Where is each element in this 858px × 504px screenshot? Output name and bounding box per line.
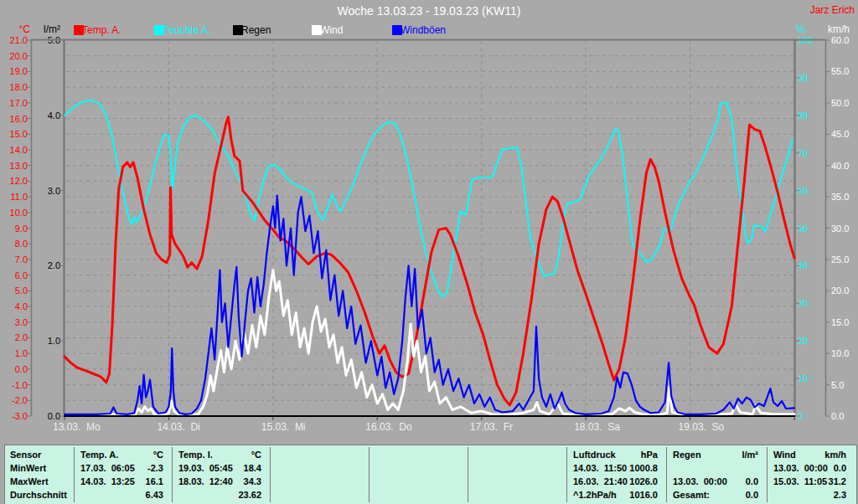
stats-table: SensorMinWertMaxWertDurchschnittTemp. A.… [4, 445, 857, 504]
table-cell-value: -2.3 [74, 463, 163, 474]
table-column-divider [468, 447, 468, 502]
table-cell-value: 23.62 [172, 490, 261, 501]
table-cell-value: 18.4 [172, 463, 261, 474]
table-sensor-unit: hPa [566, 450, 658, 460]
table-cell-value: 6.43 [74, 490, 163, 501]
table-cell-value: 2.3 [767, 490, 846, 501]
table-row-header: Sensor [10, 450, 41, 460]
temp-curve [65, 117, 794, 405]
weather-chart-window: Woche 13.03.23 - 19.03.23 (KW11) Jarz Er… [0, 0, 858, 504]
table-cell-value: 0.0 [666, 476, 758, 487]
table-cell-value: 0.0 [666, 490, 758, 501]
table-cell-value: 31.2 [767, 476, 846, 487]
table-cell-value: 16.1 [74, 476, 163, 487]
table-column-divider [270, 447, 271, 502]
table-row-header: Durchschnitt [10, 490, 67, 501]
plot-area [0, 0, 858, 504]
table-row-header: MinWert [10, 463, 46, 474]
table-cell-value: 1000.8 [566, 463, 658, 474]
table-cell-value: 1016.0 [566, 490, 658, 501]
table-sensor-unit: °C [172, 450, 261, 460]
table-cell-value: 34.3 [172, 476, 261, 487]
table-sensor-unit: km/h [767, 450, 846, 460]
table-cell-value: 0.0 [767, 463, 846, 474]
table-cell-value: 1026.0 [566, 476, 658, 487]
table-sensor-unit: °C [74, 450, 163, 460]
table-sensor-unit: l/m² [666, 450, 758, 460]
table-column-divider [369, 447, 370, 502]
table-row-header: MaxWert [10, 476, 49, 487]
